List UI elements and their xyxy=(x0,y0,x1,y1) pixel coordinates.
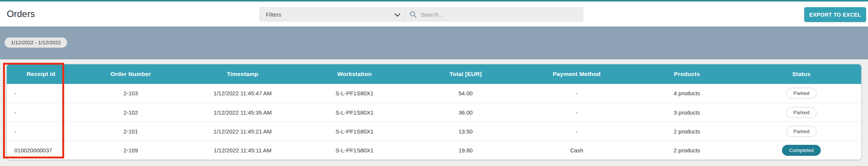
cell-receipt-id: - xyxy=(7,122,75,141)
filter-band: 1/12/2022 - 1/12/2022 xyxy=(0,26,868,59)
cell-status: Parked xyxy=(742,103,861,122)
col-header-status: Status xyxy=(742,64,861,84)
cell-total: 13.50 xyxy=(410,122,521,141)
cell-timestamp: 1/12/2022 11:45:47 AM xyxy=(186,84,299,103)
col-header-timestamp: Timestamp xyxy=(186,64,299,84)
cell-timestamp: 1/12/2022 11:45:11 AM xyxy=(186,141,299,160)
table-row[interactable]: -2-1031/12/2022 11:45:47 AMS-L-PF1S80X15… xyxy=(7,84,861,103)
cell-workstation: S-L-PF1S80X1 xyxy=(299,122,410,141)
col-header-total-eur: Total [EUR] xyxy=(410,64,521,84)
orders-table-header: Receipt Id Order Number Timestamp Workst… xyxy=(7,64,861,84)
search-input[interactable] xyxy=(421,11,578,18)
cell-total: 19.80 xyxy=(410,141,521,160)
cell-payment-method: - xyxy=(521,103,632,122)
cell-order-number: 2-102 xyxy=(75,103,186,122)
col-header-payment-method: Payment Method xyxy=(521,64,632,84)
cell-workstation: S-L-PF1S80X1 xyxy=(299,84,410,103)
status-badge: Completed xyxy=(782,145,821,156)
app-header: Orders Filters EXPORT TO EXCEL xyxy=(0,2,868,26)
cell-workstation: S-L-PF1S80X1 xyxy=(299,141,410,160)
cell-timestamp: 1/12/2022 11:45:35 AM xyxy=(186,103,299,122)
cell-status: Completed xyxy=(742,141,861,160)
cell-total: 54.00 xyxy=(410,84,521,103)
orders-table-card: Receipt Id Order Number Timestamp Workst… xyxy=(7,64,861,160)
search-bar xyxy=(405,7,583,22)
table-row[interactable]: 0100200000372-1091/12/2022 11:45:11 AMS-… xyxy=(7,141,861,160)
col-header-receipt-id: Receipt Id xyxy=(7,64,75,84)
cell-payment-method: - xyxy=(521,122,632,141)
status-badge: Parked xyxy=(786,107,817,118)
chevron-down-icon xyxy=(395,11,401,17)
col-header-workstation: Workstation xyxy=(299,64,410,84)
cell-receipt-id: 010020000037 xyxy=(7,141,75,160)
col-header-order-number: Order Number xyxy=(75,64,186,84)
cell-payment-method: - xyxy=(521,84,632,103)
status-badge: Parked xyxy=(786,88,817,99)
cell-status: Parked xyxy=(742,84,861,103)
filters-dropdown-label: Filters xyxy=(266,11,281,18)
export-to-excel-button[interactable]: EXPORT TO EXCEL xyxy=(804,7,866,22)
date-range-chip[interactable]: 1/12/2022 - 1/12/2022 xyxy=(5,37,67,48)
table-row[interactable]: -2-1011/12/2022 11:45:21 AMS-L-PF1S80X11… xyxy=(7,122,861,141)
cell-status: Parked xyxy=(742,122,861,141)
cell-products: 3 products xyxy=(632,103,742,122)
cell-workstation: S-L-PF1S80X1 xyxy=(299,103,410,122)
cell-order-number: 2-109 xyxy=(75,141,186,160)
cell-payment-method: Cash xyxy=(521,141,632,160)
table-row[interactable]: -2-1021/12/2022 11:45:35 AMS-L-PF1S80X13… xyxy=(7,103,861,122)
cell-timestamp: 1/12/2022 11:45:21 AM xyxy=(186,122,299,141)
cell-products: 4 products xyxy=(632,84,742,103)
col-header-products: Products xyxy=(632,64,742,84)
orders-table-body: -2-1031/12/2022 11:45:47 AMS-L-PF1S80X15… xyxy=(7,84,861,160)
filters-dropdown[interactable]: Filters xyxy=(259,7,405,22)
cell-products: 2 products xyxy=(632,141,742,160)
cell-receipt-id: - xyxy=(7,84,75,103)
cell-order-number: 2-103 xyxy=(75,84,186,103)
search-icon xyxy=(410,11,417,18)
cell-receipt-id: - xyxy=(7,103,75,122)
status-badge: Parked xyxy=(786,126,817,137)
cell-order-number: 2-101 xyxy=(75,122,186,141)
page-title: Orders xyxy=(7,9,35,19)
cell-products: 2 products xyxy=(632,122,742,141)
orders-table: Receipt Id Order Number Timestamp Workst… xyxy=(7,64,861,160)
cell-total: 36.00 xyxy=(410,103,521,122)
